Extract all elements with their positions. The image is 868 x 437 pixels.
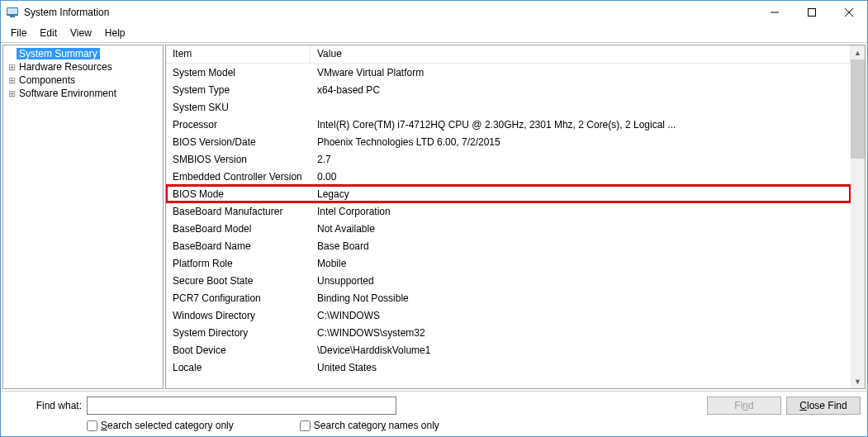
cell-value: \Device\HarddiskVolume1 bbox=[311, 344, 851, 356]
scroll-down-icon[interactable]: ▼ bbox=[851, 374, 865, 388]
menu-help[interactable]: Help bbox=[98, 26, 132, 40]
cell-item: BaseBoard Manufacturer bbox=[166, 206, 311, 217]
table-row[interactable]: BIOS Version/DatePhoenix Technologies LT… bbox=[166, 133, 851, 150]
cell-value: Mobile bbox=[311, 258, 851, 269]
cell-item: BIOS Mode bbox=[166, 188, 311, 200]
cell-value: x64-based PC bbox=[311, 84, 851, 96]
svg-rect-2 bbox=[10, 16, 15, 17]
detail-pane[interactable]: Item Value System ModelVMware Virtual Pl… bbox=[166, 45, 851, 388]
close-find-button[interactable]: Close Find bbox=[786, 397, 861, 415]
cell-value: 2.7 bbox=[311, 154, 851, 165]
table-row[interactable]: Windows DirectoryC:\WINDOWS bbox=[166, 306, 851, 324]
table-row[interactable]: ProcessorIntel(R) Core(TM) i7-4712HQ CPU… bbox=[166, 116, 851, 133]
cell-item: Secure Boot State bbox=[166, 275, 311, 287]
table-row[interactable]: BaseBoard ModelNot Available bbox=[166, 220, 851, 237]
btn-text: Fi bbox=[734, 400, 742, 411]
cell-value: Legacy bbox=[311, 188, 851, 200]
table-row[interactable]: BaseBoard NameBase Board bbox=[166, 237, 851, 254]
app-icon bbox=[6, 6, 19, 19]
cell-value: Intel(R) Core(TM) i7-4712HQ CPU @ 2.30GH… bbox=[311, 119, 851, 131]
tree-label: System Summary bbox=[17, 48, 100, 59]
checkbox-input[interactable] bbox=[300, 420, 311, 431]
cell-item: SMBIOS Version bbox=[166, 154, 311, 165]
cell-item: Processor bbox=[166, 119, 311, 131]
expand-icon[interactable]: ⊞ bbox=[7, 89, 17, 98]
table-row[interactable]: System SKU bbox=[166, 98, 851, 116]
cell-item: BIOS Version/Date bbox=[166, 136, 311, 148]
svg-rect-4 bbox=[808, 9, 815, 17]
checkbox-input[interactable] bbox=[87, 420, 97, 431]
table-row[interactable]: BIOS ModeLegacy bbox=[166, 185, 851, 202]
btn-text: lose Find bbox=[807, 400, 847, 411]
find-input[interactable] bbox=[87, 397, 396, 415]
table-row[interactable]: Embedded Controller Version0.00 bbox=[166, 168, 851, 185]
detail-wrap: Item Value System ModelVMware Virtual Pl… bbox=[165, 45, 866, 389]
window-controls bbox=[756, 1, 867, 24]
scroll-thumb[interactable] bbox=[851, 59, 865, 159]
header-item[interactable]: Item bbox=[166, 45, 311, 63]
scroll-track[interactable] bbox=[851, 59, 865, 374]
cell-item: Platform Role bbox=[166, 258, 311, 269]
menu-view[interactable]: View bbox=[64, 26, 98, 40]
header-value[interactable]: Value bbox=[311, 45, 851, 63]
tree-label: Hardware Resources bbox=[17, 61, 115, 73]
tree-system-summary[interactable]: System Summary bbox=[3, 47, 163, 60]
btn-text: n bbox=[742, 400, 748, 411]
cb-text: Search categor bbox=[314, 420, 381, 431]
cell-item: BaseBoard Name bbox=[166, 240, 311, 252]
maximize-button[interactable] bbox=[793, 1, 830, 24]
cell-value: Phoenix Technologies LTD 6.00, 7/2/2015 bbox=[311, 136, 851, 148]
table-row[interactable]: LocaleUnited States bbox=[166, 359, 851, 376]
menubar: File Edit View Help bbox=[1, 24, 867, 42]
tree-pane[interactable]: System Summary ⊞ Hardware Resources ⊞ Co… bbox=[2, 45, 164, 389]
tree-components[interactable]: ⊞ Components bbox=[3, 74, 163, 87]
expand-icon[interactable]: ⊞ bbox=[7, 76, 17, 85]
minimize-button[interactable] bbox=[756, 1, 793, 24]
scroll-up-icon[interactable]: ▲ bbox=[851, 45, 865, 59]
table-row[interactable]: Boot Device\Device\HarddiskVolume1 bbox=[166, 341, 851, 359]
cell-item: Embedded Controller Version bbox=[166, 171, 311, 183]
cell-item: Boot Device bbox=[166, 344, 311, 356]
find-button[interactable]: Find bbox=[707, 397, 781, 415]
cell-item: System SKU bbox=[166, 102, 311, 113]
svg-rect-1 bbox=[7, 8, 17, 14]
cell-value: VMware Virtual Platform bbox=[311, 67, 851, 78]
cb-text: S bbox=[101, 420, 107, 431]
cell-value: Binding Not Possible bbox=[311, 292, 851, 304]
table-row[interactable]: System DirectoryC:\WINDOWS\system32 bbox=[166, 324, 851, 341]
table-row[interactable]: PCR7 ConfigurationBinding Not Possible bbox=[166, 289, 851, 306]
cell-value: C:\WINDOWS bbox=[311, 310, 851, 321]
vertical-scrollbar[interactable]: ▲ ▼ bbox=[851, 45, 865, 388]
tree-label: Components bbox=[17, 74, 78, 86]
table-row[interactable]: System ModelVMware Virtual Platform bbox=[166, 64, 851, 81]
menu-file[interactable]: File bbox=[4, 26, 33, 40]
cell-value: United States bbox=[311, 362, 851, 373]
table-row[interactable]: System Typex64-based PC bbox=[166, 81, 851, 98]
cell-item: PCR7 Configuration bbox=[166, 292, 311, 304]
cell-value: Unsupported bbox=[311, 275, 851, 287]
titlebar[interactable]: System Information bbox=[1, 1, 867, 24]
expand-icon[interactable]: ⊞ bbox=[7, 63, 17, 72]
table-row[interactable]: Secure Boot StateUnsupported bbox=[166, 272, 851, 289]
btn-text: C bbox=[799, 400, 807, 411]
cb-text: earch selected category only bbox=[107, 420, 234, 431]
column-headers: Item Value bbox=[166, 45, 851, 64]
close-button[interactable] bbox=[830, 1, 867, 24]
search-selected-category-checkbox[interactable]: Search selected category only bbox=[87, 420, 234, 431]
table-row[interactable]: Platform RoleMobile bbox=[166, 254, 851, 272]
tree-hardware-resources[interactable]: ⊞ Hardware Resources bbox=[3, 60, 163, 74]
search-category-names-checkbox[interactable]: Search category names only bbox=[300, 420, 439, 431]
find-row: Find what: Find Close Find bbox=[7, 397, 861, 415]
table-row[interactable]: BaseBoard ManufacturerIntel Corporation bbox=[166, 202, 851, 220]
tree-label: Software Environment bbox=[17, 88, 119, 99]
menu-edit[interactable]: Edit bbox=[33, 26, 64, 40]
table-row[interactable]: SMBIOS Version2.7 bbox=[166, 150, 851, 168]
cell-value: Intel Corporation bbox=[311, 206, 851, 217]
content-area: System Summary ⊞ Hardware Resources ⊞ Co… bbox=[1, 42, 867, 391]
cell-item: Windows Directory bbox=[166, 310, 311, 321]
find-panel: Find what: Find Close Find Search select… bbox=[1, 391, 867, 436]
cell-value: Base Board bbox=[311, 240, 851, 252]
cell-item: System Directory bbox=[166, 327, 311, 339]
cell-value: Not Available bbox=[311, 223, 851, 235]
tree-software-environment[interactable]: ⊞ Software Environment bbox=[3, 87, 163, 100]
